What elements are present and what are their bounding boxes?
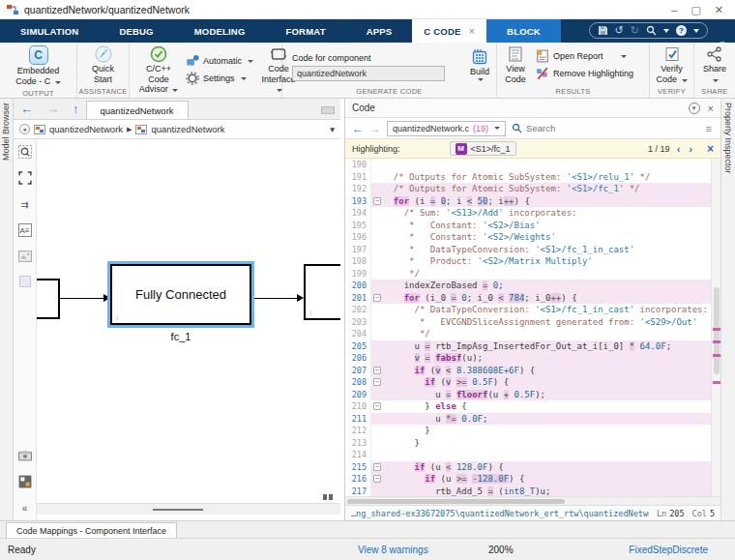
- clear-highlighting-icon[interactable]: ×: [707, 142, 714, 156]
- property-inspector-strip[interactable]: Property Inspector: [720, 99, 735, 520]
- fold-icon[interactable]: −: [373, 475, 381, 483]
- model-browser-strip[interactable]: Model Browser: [0, 99, 14, 520]
- search-icon[interactable]: [646, 25, 657, 36]
- code-line[interactable]: 217 rtb_Add_5 = (int8_T)u;: [345, 486, 720, 497]
- tab-modeling[interactable]: MODELING: [174, 19, 266, 43]
- breadcrumb-dropdown-icon[interactable]: ▾: [330, 124, 335, 134]
- code-line[interactable]: 194 /* Sum: '<S13>/Add' incorporates:: [345, 207, 720, 220]
- code-forward-icon[interactable]: →: [369, 122, 381, 135]
- block-name-label[interactable]: fc_1: [110, 331, 251, 342]
- breadcrumb-root[interactable]: quantizedNetwork: [49, 124, 123, 134]
- tab-apps[interactable]: APPS: [346, 19, 413, 43]
- code-line[interactable]: 201− for (i_0 = 0; i_0 < 784; i_0++) {: [345, 292, 720, 305]
- code-back-icon[interactable]: ←: [352, 122, 364, 135]
- embedded-code-button[interactable]: C Embedded Code - C: [13, 44, 64, 87]
- signal-wire[interactable]: [60, 298, 103, 299]
- code-line[interactable]: 192 /* Outputs for Atomic SubSystem: '<S…: [345, 183, 720, 195]
- file-selector[interactable]: quantizedNetwork.c (19): [387, 121, 506, 136]
- build-button[interactable]: Build: [458, 47, 501, 82]
- tab-close-icon[interactable]: ×: [468, 25, 475, 37]
- code-vscroll-thumb[interactable]: [714, 287, 720, 375]
- open-report-button[interactable]: Open Report: [536, 49, 633, 63]
- close-button[interactable]: ✕: [715, 1, 723, 18]
- automatic-button[interactable]: Automatic: [186, 54, 253, 68]
- code-line[interactable]: 214: [345, 449, 720, 461]
- panel-menu-icon[interactable]: ▾: [689, 103, 700, 114]
- prev-match-icon[interactable]: ‹: [675, 143, 683, 155]
- help-dropdown-icon[interactable]: [693, 29, 699, 33]
- code-line[interactable]: 190: [345, 159, 720, 171]
- code-editor[interactable]: 190191 /* Outputs for Atomic SubSystem: …: [345, 159, 720, 496]
- code-line[interactable]: 206 v = fabsf(u);: [345, 352, 720, 365]
- tab-simulation[interactable]: SIMULATION: [0, 19, 99, 43]
- code-line[interactable]: 209 u = floorf(u + 0.5F);: [345, 389, 720, 401]
- hide-explorer-icon[interactable]: ●: [19, 124, 30, 134]
- collapse-palette-icon[interactable]: «: [18, 501, 32, 515]
- canvas-hscroll-thumb[interactable]: [153, 509, 203, 511]
- code-line[interactable]: 215− if (u < 128.0F) {: [345, 461, 720, 474]
- code-line[interactable]: 208− if (v >= 0.5F) {: [345, 376, 720, 389]
- code-line[interactable]: 197 * DataTypeConversion: '<S1>/fc_1_in_…: [345, 244, 720, 256]
- nav-back-icon[interactable]: ←: [14, 100, 40, 119]
- share-button[interactable]: Share: [693, 44, 735, 85]
- redo-icon[interactable]: ↻: [631, 23, 639, 38]
- search-dropdown-icon[interactable]: [663, 29, 669, 33]
- next-match-icon[interactable]: ›: [687, 143, 694, 155]
- annotation-icon[interactable]: A≡: [18, 223, 32, 237]
- code-line[interactable]: 210− } else {: [345, 400, 720, 413]
- nav-forward-icon[interactable]: →: [40, 100, 66, 119]
- code-line[interactable]: 205 u = rtb_ImpAsg_InsertedFor_Out_at_i[…: [345, 340, 720, 353]
- settings-button[interactable]: Settings: [186, 72, 253, 85]
- code-line[interactable]: 207− if (v < 8.388608E+6F) {: [345, 365, 720, 377]
- fold-icon[interactable]: −: [373, 463, 381, 471]
- component-input[interactable]: [292, 66, 445, 81]
- maximize-button[interactable]: ▢: [691, 1, 700, 18]
- help-icon[interactable]: ?: [676, 25, 687, 36]
- code-line[interactable]: 191 /* Outputs for Atomic SubSystem: '<S…: [345, 171, 720, 184]
- code-line[interactable]: 195 * Constant: '<S2>/Bias': [345, 220, 720, 232]
- tab-block[interactable]: BLOCK: [486, 19, 561, 43]
- quick-start-button[interactable]: Quick Start: [82, 44, 125, 85]
- route-lines-icon[interactable]: ⇉: [18, 197, 32, 211]
- tab-debug[interactable]: DEBUG: [99, 19, 173, 43]
- code-line[interactable]: 193− for (i = 0; i < 50; i++) {: [345, 195, 720, 208]
- fold-icon[interactable]: −: [373, 378, 381, 386]
- upstream-block[interactable]: [37, 279, 60, 319]
- verify-code-button[interactable]: Verify Code: [651, 44, 693, 85]
- code-vscrollbar[interactable]: [711, 159, 720, 496]
- viewmarks-icon[interactable]: [18, 475, 32, 488]
- undo-icon[interactable]: ↺: [615, 23, 624, 38]
- code-line[interactable]: 216− if (u >= -128.0F) {: [345, 473, 720, 486]
- code-line[interactable]: 204 */: [345, 328, 720, 340]
- fold-icon[interactable]: −: [373, 367, 381, 374]
- diagram-canvas[interactable]: Fully Connected ↓ fc_1 ↓: [37, 139, 340, 503]
- code-line[interactable]: 212 }: [345, 425, 720, 437]
- fold-icon[interactable]: −: [373, 402, 381, 410]
- highlight-chip[interactable]: M <S1>/fc_1: [450, 141, 516, 156]
- fold-icon[interactable]: −: [373, 294, 381, 302]
- camera-icon[interactable]: [18, 449, 32, 462]
- fold-icon[interactable]: −: [373, 197, 381, 205]
- view-code-button[interactable]: View Code: [501, 44, 530, 85]
- code-line[interactable]: 196 * Constant: '<S2>/Weights': [345, 231, 720, 244]
- canvas-extra-icon[interactable]: [321, 106, 335, 114]
- code-line[interactable]: 203 * EVCGNDSliceAssignment generated fr…: [345, 316, 720, 329]
- fit-to-view-icon[interactable]: [18, 171, 32, 185]
- code-hscrollbar[interactable]: [345, 496, 720, 505]
- remove-highlighting-button[interactable]: Remove Highlighting: [536, 67, 633, 80]
- save-icon[interactable]: [598, 25, 608, 36]
- code-line[interactable]: 202 /* DataTypeConversion: '<S1>/fc_1_in…: [345, 304, 720, 316]
- nav-up-icon[interactable]: ↑: [66, 100, 86, 119]
- code-hscroll-thumb[interactable]: [347, 499, 565, 504]
- breadcrumb-current[interactable]: quantizedNetwork: [151, 124, 224, 134]
- warnings-link[interactable]: View 8 warnings: [358, 545, 428, 555]
- search-box[interactable]: [512, 123, 700, 133]
- canvas-hscrollbar[interactable]: [37, 503, 340, 515]
- code-line[interactable]: 200 indexZeroBased = 0;: [345, 280, 720, 292]
- model-tab[interactable]: quantizedNetwork: [86, 101, 189, 119]
- code-advisor-button[interactable]: C/C++ Code Advisor: [133, 44, 184, 96]
- code-line[interactable]: 199 */: [345, 268, 720, 280]
- image-icon[interactable]: [18, 250, 32, 263]
- signal-wire[interactable]: [254, 298, 297, 299]
- area-icon[interactable]: [19, 276, 31, 287]
